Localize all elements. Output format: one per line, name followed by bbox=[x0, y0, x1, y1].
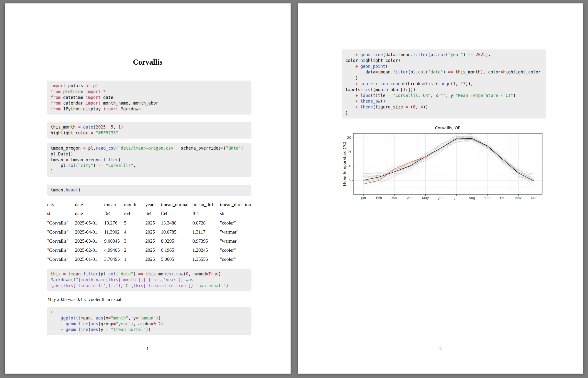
table-cell: "cooler" bbox=[220, 255, 253, 264]
code-token: (group bbox=[98, 322, 113, 326]
table-cell: 0.0728 bbox=[192, 218, 220, 228]
code-token bbox=[345, 105, 355, 109]
code-block-parameters: this_month = date(2025, 5, 1)highlight_c… bbox=[47, 122, 251, 139]
code-token: , y bbox=[446, 93, 453, 98]
dataframe-table: citydatetmeanmonthyeartmean_normaltmean_… bbox=[47, 200, 253, 264]
table-cell: 2025-02-01 bbox=[75, 245, 104, 255]
y-axis-label: Mean Temperature (°C) bbox=[343, 142, 347, 186]
code-token: (breaks bbox=[406, 81, 423, 86]
code-token: import bbox=[51, 83, 65, 88]
table-body: "Corvallis"2025-05-0113.2765202513.34880… bbox=[47, 218, 253, 264]
pdf-viewer-canvas: { "document": { "background_color": "#7c… bbox=[0, 0, 588, 378]
code-line: from datetime import date bbox=[51, 95, 248, 101]
code-line: + labs(title = "Corvallis, OR", x="", y=… bbox=[345, 93, 543, 99]
code-line: tmean_oregon = pl.read_csv("data/tmean-o… bbox=[51, 145, 248, 151]
code-token: "tmean" bbox=[138, 316, 156, 321]
code-token: "data/tmean-oregon.csv" bbox=[118, 146, 176, 150]
code-token: = bbox=[406, 105, 408, 109]
code-token: filter bbox=[103, 157, 118, 162]
table-cell: 2025-03-01 bbox=[75, 236, 104, 245]
code-line: + geom_line(aes(group="year"), alpha=0.2… bbox=[51, 321, 248, 327]
code-token: than usual." bbox=[193, 283, 226, 288]
code-token bbox=[358, 93, 360, 98]
code-token: == bbox=[468, 52, 473, 57]
code-token: = bbox=[501, 69, 503, 74]
table-cell: 13.3488 bbox=[161, 218, 192, 228]
table-cell: 1.35555 bbox=[192, 255, 220, 264]
code-token: highlight_color bbox=[503, 69, 541, 74]
code-token: , schema_overrides bbox=[176, 146, 221, 150]
table-dtype-row: strdatef64i64i64f64f64str bbox=[47, 209, 253, 218]
table-cell: 8.0295 bbox=[161, 236, 192, 245]
plot-panel bbox=[353, 134, 542, 194]
current-month-point bbox=[425, 156, 426, 158]
table-cell: "cooler" bbox=[220, 218, 253, 228]
table-row: "Corvallis"2025-04-0111.39024202510.0785… bbox=[47, 228, 253, 236]
code-line: labels=list(month_abbr[1:])) bbox=[345, 87, 543, 93]
code-token: "date" bbox=[226, 146, 241, 150]
code-token: pl. bbox=[86, 146, 96, 150]
table-cell: 4 bbox=[124, 228, 145, 236]
code-block-read-csv: tmean_oregon = pl.read_csv("data/tmean-o… bbox=[47, 143, 251, 177]
column-dtype: f64 bbox=[104, 209, 124, 218]
x-tick-label: Dec bbox=[531, 196, 537, 200]
x-tick-label: Oct bbox=[500, 196, 506, 200]
code-token: "tmean_normal" bbox=[111, 327, 146, 332]
y-tick-label: 10 bbox=[347, 164, 351, 168]
code-token: highlight_color bbox=[51, 131, 91, 135]
code-token: ggplot bbox=[61, 316, 76, 321]
column-dtype: date bbox=[75, 209, 104, 218]
code-token bbox=[345, 64, 355, 69]
code-token: "#FF5733" bbox=[96, 131, 118, 135]
code-token: this bbox=[51, 271, 63, 276]
code-token: as bbox=[86, 83, 90, 88]
code-block-ggplot-continued: + geom_line(data=tmean.filter(pl.col("ye… bbox=[342, 49, 546, 119]
code-token: ( bbox=[88, 327, 91, 332]
column-header: tmean_direction bbox=[220, 200, 253, 209]
code-line: ) bbox=[51, 169, 248, 175]
table-cell: 11.3902 bbox=[104, 228, 124, 236]
code-line: + geom_point( bbox=[345, 64, 543, 69]
code-token: "year" bbox=[448, 52, 463, 57]
code-token: pl.Date}) bbox=[51, 151, 73, 156]
code-token: range bbox=[438, 81, 450, 86]
column-dtype: i64 bbox=[145, 209, 161, 218]
column-header: tmean_normal bbox=[161, 200, 192, 209]
table-cell: 10.0785 bbox=[161, 228, 192, 236]
code-line: ggplot(tmean, aes(x="month", y="tmean")) bbox=[51, 315, 248, 321]
code-token: color bbox=[345, 58, 358, 63]
table-cell: 2025 bbox=[145, 228, 161, 236]
code-line: tmean = tmean_oregon.filter( bbox=[51, 157, 248, 163]
code-token: plotnine bbox=[61, 89, 86, 94]
code-token: theme bbox=[360, 105, 373, 109]
code-token: head bbox=[65, 188, 76, 192]
code-token: 2025 bbox=[96, 125, 106, 130]
code-token: row bbox=[176, 271, 183, 276]
code-token: = bbox=[83, 146, 86, 150]
code-token: "date" bbox=[118, 271, 133, 276]
code-line: + geom_line(data=tmean.filter(pl.col("ye… bbox=[345, 52, 543, 58]
code-token: list bbox=[363, 87, 373, 92]
code-token: == bbox=[138, 271, 143, 276]
code-token: ) bbox=[513, 93, 516, 98]
code-token: °C bbox=[123, 283, 131, 288]
code-token: ) bbox=[443, 69, 448, 74]
code-token: 1 bbox=[453, 81, 455, 86]
code-token: this_month bbox=[51, 125, 78, 130]
code-token bbox=[103, 163, 106, 168]
code-token bbox=[358, 81, 360, 86]
code-token: + bbox=[355, 93, 358, 98]
code-token: (data bbox=[383, 52, 396, 57]
code-token: import bbox=[86, 89, 101, 94]
code-token: ) bbox=[345, 110, 348, 115]
table-cell: 3.70495 bbox=[104, 255, 124, 264]
code-token: :])) bbox=[406, 87, 416, 92]
code-token: month_name, month_abbr bbox=[101, 101, 158, 106]
code-token bbox=[358, 52, 360, 57]
code-line: + scale_x_continuous(breaks=list(range(1… bbox=[345, 81, 543, 87]
table-cell: 0.97395 bbox=[192, 236, 220, 245]
code-token: "Corvallis, OR" bbox=[393, 93, 431, 98]
code-token: ( bbox=[51, 310, 53, 315]
code-token: tmean. bbox=[378, 69, 393, 74]
code-token: geom_line bbox=[360, 52, 383, 57]
